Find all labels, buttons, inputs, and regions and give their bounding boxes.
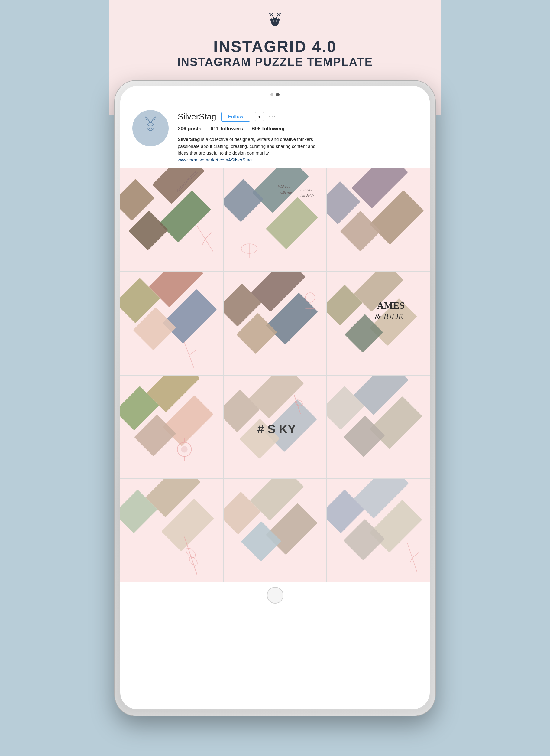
camera-area (120, 86, 430, 103)
following-label: following (262, 126, 285, 132)
camera-dot-active (276, 93, 279, 96)
svg-point-11 (276, 21, 277, 22)
svg-point-77 (181, 446, 187, 452)
title-sub: INSTAGRAM PUZZLE TEMPLATE (177, 56, 373, 69)
svg-text:AMES: AMES (377, 300, 405, 311)
bio-link[interactable]: www.creativemarket.com&SilverStag (178, 157, 252, 162)
camera-dot-inactive (271, 93, 274, 96)
grid-cell-12 (327, 479, 430, 582)
bio-username: SilverStag (178, 137, 200, 142)
svg-text:& JULIE: & JULIE (375, 312, 403, 321)
grid-cell-1: #ADVENTURES (120, 168, 223, 271)
posts-label: posts (188, 126, 201, 132)
follow-button[interactable]: Follow (221, 112, 251, 122)
grid-cell-8: # S KY (224, 376, 326, 478)
svg-line-7 (277, 13, 278, 15)
followers-stat: 611 followers (210, 126, 243, 132)
following-count: 696 (252, 126, 261, 132)
header-section: INSTAGRID 4.0 INSTAGRAM PUZZLE TEMPLATE (177, 0, 373, 69)
grid-cell-6: AMES & JULIE (327, 272, 430, 374)
svg-line-1 (269, 13, 272, 15)
ipad-device: SilverStag Follow ▾ ··· 206 posts 611 fo… (115, 81, 435, 716)
grid-cell-4 (120, 272, 223, 374)
following-stat: 696 following (252, 126, 285, 132)
svg-line-3 (272, 13, 273, 15)
svg-text:his July?: his July? (301, 193, 314, 197)
username: SilverStag (178, 112, 217, 122)
profile-header: SilverStag Follow ▾ ··· 206 posts 611 fo… (120, 103, 430, 168)
grid-cell-5 (224, 272, 326, 374)
svg-line-6 (278, 15, 280, 16)
more-options-button[interactable]: ··· (269, 113, 276, 121)
svg-point-24 (152, 125, 153, 126)
svg-point-10 (273, 21, 274, 22)
grid-cell-9 (327, 376, 430, 478)
grid-cell-10 (120, 479, 223, 582)
title-main: INSTAGRID 4.0 (213, 37, 337, 56)
svg-text:with me: with me (280, 190, 292, 194)
grid-cell-3 (327, 168, 430, 271)
svg-text:Will you: Will you (278, 184, 291, 188)
profile-top-row: SilverStag Follow ▾ ··· (178, 112, 418, 122)
svg-text:# S  KY: # S KY (258, 422, 296, 436)
bio-text: SilverStag is a collective of designers,… (178, 136, 323, 163)
stats-row: 206 posts 611 followers 696 following (178, 126, 418, 132)
posts-count: 206 (178, 126, 186, 132)
svg-text:a travel: a travel (301, 187, 312, 191)
grid-cell-2: Will you a travel with me his July? (224, 168, 326, 271)
svg-line-5 (278, 13, 281, 15)
home-button[interactable] (267, 587, 283, 604)
ipad-screen: SilverStag Follow ▾ ··· 206 posts 611 fo… (120, 86, 430, 709)
grid-cell-7 (120, 376, 223, 478)
posts-stat: 206 posts (178, 126, 201, 132)
dropdown-button[interactable]: ▾ (255, 112, 264, 121)
instagram-screen: SilverStag Follow ▾ ··· 206 posts 611 fo… (120, 103, 430, 582)
profile-info: SilverStag Follow ▾ ··· 206 posts 611 fo… (178, 110, 418, 163)
deer-icon (265, 12, 285, 33)
home-button-area (120, 582, 430, 609)
photo-grid: #ADVENTURES (120, 168, 430, 582)
followers-label: followers (221, 126, 243, 132)
followers-count: 611 (210, 126, 219, 132)
svg-point-23 (148, 125, 150, 126)
svg-line-2 (270, 15, 272, 16)
grid-cell-11 (224, 479, 326, 582)
svg-point-9 (273, 23, 277, 26)
avatar (132, 110, 169, 146)
avatar-deer-icon (137, 115, 164, 142)
